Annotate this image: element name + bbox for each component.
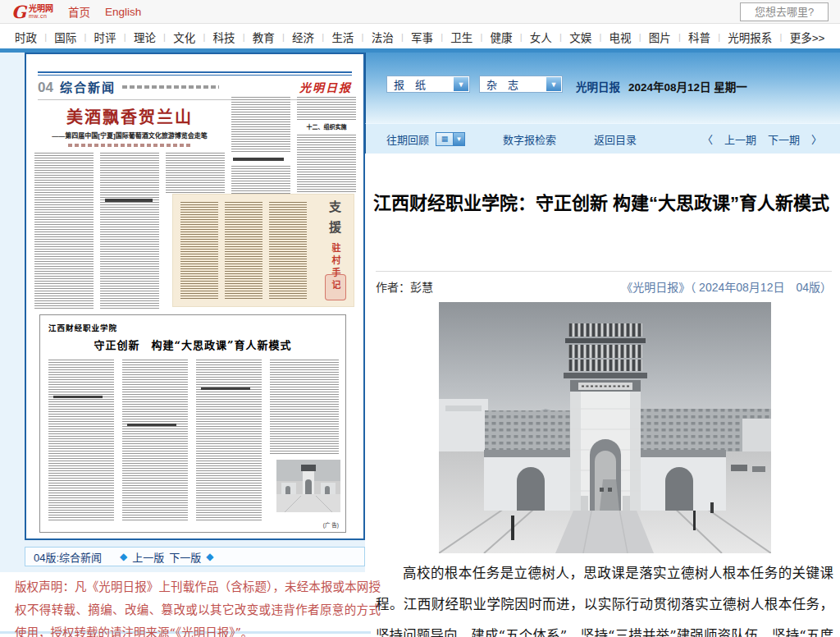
support-column: [269, 202, 307, 299]
back-to-toc-link[interactable]: 返回目录: [594, 131, 637, 147]
nav-item-dianshi[interactable]: 电视: [609, 29, 631, 45]
dropdown-arrow-icon[interactable]: ▼: [454, 77, 468, 91]
nav-item-wenyu[interactable]: 文娱: [569, 29, 591, 45]
prev-page-diamond-icon[interactable]: ◆: [120, 551, 127, 562]
gmw-logo[interactable]: G 光明网 mw.cn: [11, 3, 53, 21]
digital-search-link[interactable]: 数字报检索: [503, 131, 556, 147]
dropdown-arrow-icon[interactable]: ▼: [546, 77, 561, 91]
issue-header-band: 报 纸 ▼ 杂 志 ▼ 光明日报 2024年08月12日 星期一: [365, 53, 840, 123]
paper-header-rule: [38, 71, 352, 76]
nav-separator: |: [401, 32, 404, 42]
calendar-icon[interactable]: ▦: [436, 132, 454, 146]
lead-headline: 美酒飘香贺兰山: [34, 104, 225, 128]
nav-item-nvren[interactable]: 女人: [530, 29, 552, 45]
ad-note: (广 告): [323, 520, 339, 529]
prev-page-link[interactable]: 上一版: [132, 549, 164, 565]
support-diary-box: 支援 驻村手记: [172, 194, 354, 307]
logo-text: 光明网 mw.cn: [29, 4, 53, 20]
support-column: [180, 202, 218, 299]
newsprint-column: [34, 153, 94, 309]
logo-brand-name: 光明网: [29, 4, 53, 13]
nav-item-fazhi[interactable]: 法治: [372, 29, 394, 45]
newsprint-column: [270, 360, 339, 455]
support-title: 支援: [326, 200, 343, 241]
newsprint-subhead: [105, 199, 153, 202]
nav-item-wenhua[interactable]: 文化: [173, 29, 195, 45]
nav-separator: |: [480, 32, 482, 42]
nav-item-junshi[interactable]: 军事: [411, 29, 433, 45]
nav-separator: |: [559, 32, 562, 42]
nav-separator: |: [639, 32, 641, 42]
nav-separator: |: [203, 32, 205, 42]
nav-item-keji[interactable]: 科技: [212, 29, 235, 45]
nav-item-kepu[interactable]: 科普: [688, 29, 710, 45]
ad-gate-photo: [276, 460, 340, 512]
newsprint-subhead: [201, 387, 250, 390]
article-source: 《光明日报》（ 2024年08月12日 04版）: [621, 278, 832, 295]
newsprint-subhead: [127, 424, 176, 426]
paper-select[interactable]: 报 纸 ▼: [386, 76, 470, 93]
nav-item-jiaoyu[interactable]: 教育: [253, 29, 275, 45]
nav-item-weisheng[interactable]: 卫生: [450, 29, 472, 45]
home-link[interactable]: 首页: [68, 3, 90, 20]
lead-byline-stripe: [68, 144, 191, 147]
paper-header: 04 综合新闻 光明日报: [38, 78, 352, 96]
nav-item-shiping[interactable]: 时评: [94, 29, 116, 45]
newsprint-column: [122, 360, 188, 522]
nav-item-gmbaoxi[interactable]: 光明报系: [728, 29, 772, 45]
newsprint-column: [166, 153, 225, 194]
newspaper-scan: 04 综合新闻 光明日报 美酒飘香贺兰山 ——第四届中国[宁夏]国际葡萄酒文化旅…: [26, 54, 363, 538]
issue-toolbar: 往期回顾 ▦ ▼ 数字报检索 返回目录 〈 上一期 下一期 〉: [365, 123, 840, 154]
prev-issue-link[interactable]: 上一期: [724, 131, 756, 147]
title-divider: [376, 271, 832, 272]
nav-item-more[interactable]: 更多>>: [790, 29, 825, 45]
nav-separator: |: [780, 32, 783, 42]
newsprint-column: [231, 97, 290, 153]
lead-subheadline: ——第四届中国[宁夏]国际葡萄酒文化旅游博览会走笔: [34, 131, 225, 140]
nav-item-lilun[interactable]: 理论: [134, 29, 156, 45]
magazine-select[interactable]: 杂 志 ▼: [479, 76, 563, 93]
nav-separator: |: [282, 32, 285, 42]
nav-item-shizheng[interactable]: 时政: [15, 29, 37, 45]
paper-section-name: 综合新闻: [60, 78, 116, 95]
nav-separator: |: [718, 32, 720, 42]
ad-organization: 江西财经职业学院: [48, 322, 117, 333]
next-page-diamond-icon[interactable]: ◆: [206, 551, 213, 562]
red-seal-icon: [325, 274, 346, 300]
nav-separator: |: [124, 32, 126, 42]
nav-separator: |: [599, 32, 601, 42]
newsprint-column: [231, 166, 290, 194]
nav-separator: |: [520, 32, 523, 42]
doc-section-heading: 十二、组织实施: [294, 122, 359, 131]
paper-issue-info-stripe: [122, 85, 219, 89]
prev-issue-arrow-icon[interactable]: 〈: [702, 131, 713, 147]
past-issues-link[interactable]: 往期回顾: [386, 131, 429, 147]
main-nav: 时政| 国际| 时评| 理论| 文化| 科技| 教育| 经济| 生活| 法治| …: [0, 25, 840, 48]
nav-item-jiankang[interactable]: 健康: [491, 29, 513, 45]
next-issue-arrow-icon[interactable]: 〉: [811, 131, 822, 147]
newsprint-column: [100, 153, 159, 309]
calendar-dropdown-icon[interactable]: ▼: [454, 132, 465, 146]
logo-g-glyph: G: [11, 3, 26, 21]
logo-domain: mw.cn: [29, 13, 53, 20]
next-issue-link[interactable]: 下一期: [768, 131, 800, 147]
nav-item-tupian[interactable]: 图片: [649, 29, 671, 45]
issue-info: 光明日报 2024年08月12日 星期一: [576, 78, 747, 94]
nav-separator: |: [322, 32, 324, 42]
nav-separator: |: [678, 32, 681, 42]
nav-item-guoji[interactable]: 国际: [54, 29, 76, 45]
english-link[interactable]: English: [105, 6, 141, 18]
nav-item-jingji[interactable]: 经济: [292, 29, 314, 45]
article-author: 作者：彭慧: [376, 278, 433, 295]
nav-separator: |: [44, 32, 47, 42]
pager-current-page: 04版:综合新闻: [34, 549, 102, 565]
nav-separator: |: [441, 32, 443, 42]
newspaper-page-preview[interactable]: 04 综合新闻 光明日报 美酒飘香贺兰山 ——第四届中国[宁夏]国际葡萄酒文化旅…: [25, 53, 365, 540]
top-bar: G 光明网 mw.cn 首页 English: [0, 0, 840, 24]
paper-page-number: 04: [38, 80, 53, 96]
nav-item-shenghuo[interactable]: 生活: [331, 29, 354, 45]
page-pager-bar: 04版:综合新闻 ◆ 上一版 下一版 ◆: [25, 547, 365, 566]
copyright-notice: 版权声明：凡《光明日报》上刊载作品（含标题），未经本报或本网授权不得转载、摘编、…: [15, 575, 381, 637]
site-search-input[interactable]: [740, 2, 829, 21]
next-page-link[interactable]: 下一版: [169, 549, 201, 565]
